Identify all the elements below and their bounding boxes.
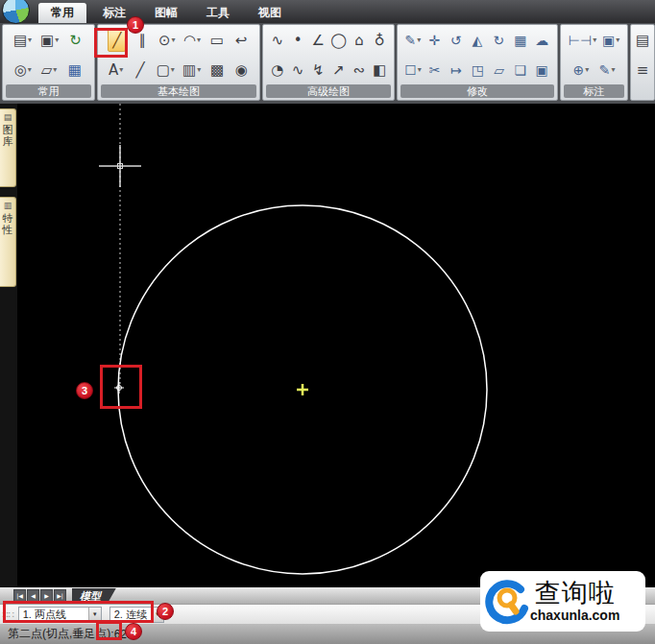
arrow-tool-icon[interactable]: ↗	[330, 59, 347, 82]
break-line-icon[interactable]: ↯	[310, 59, 327, 82]
text-tool-icon[interactable]: A▾	[108, 59, 124, 82]
ribbon-group-extra: ▤≡	[630, 24, 655, 101]
rotate-icon[interactable]: ↻	[491, 29, 507, 52]
dropdown-arrow-icon[interactable]: ▾	[55, 36, 59, 44]
polygon-tool-icon[interactable]: ⌂	[351, 29, 367, 52]
dropdown-arrow-icon[interactable]: ▾	[616, 36, 619, 44]
ribbon-group-高级绘图: ∿•∠◯⌂♁◔∿↯↗∾◧高级绘图	[262, 24, 395, 101]
ribbon-group-label: 常用	[6, 84, 91, 98]
pie-hatch-icon[interactable]: ◔	[269, 59, 285, 82]
sidebar-tab-label: 特性	[2, 212, 13, 235]
dropdown-arrow-icon[interactable]: ▾	[28, 65, 32, 74]
layers-icon[interactable]: ≡	[635, 59, 651, 82]
zoom-icon[interactable]: ◎▾	[14, 59, 32, 82]
dropdown-arrow-icon[interactable]: ▾	[119, 65, 123, 74]
dropdown-arrow-icon[interactable]: ▾	[171, 65, 175, 74]
dropdown-arrow-icon[interactable]: ▾	[418, 65, 422, 74]
watermark: 查询啦 chaxunla.com	[480, 571, 645, 632]
dropdown-arrow-icon[interactable]: ▾	[585, 65, 589, 74]
annotation-box-snap-point	[100, 365, 142, 409]
properties-icon: ▥	[4, 201, 12, 210]
angle-line-icon[interactable]: ∠	[310, 29, 327, 52]
extend-icon[interactable]: ↦	[448, 59, 464, 82]
display-icon[interactable]: ▦	[66, 59, 83, 82]
crosshair-cursor	[99, 145, 141, 187]
corner-icon[interactable]: ▣	[534, 59, 550, 82]
dropdown-arrow-icon[interactable]: ▾	[172, 36, 176, 44]
explode-icon[interactable]: ☁	[534, 29, 550, 52]
dropdown-arrow-icon[interactable]: ▾	[197, 36, 201, 44]
stretch-icon[interactable]: ◳	[470, 59, 486, 82]
ellipse-tool-icon[interactable]: ◯	[330, 29, 347, 52]
label-icon[interactable]: ▣▾	[602, 29, 619, 52]
sketch-line-icon[interactable]: ╱	[132, 59, 148, 82]
annotation-box-dropdowns	[3, 601, 154, 623]
ribbon-group-label: 基本绘图	[101, 84, 256, 98]
circle-center-marker	[297, 384, 308, 395]
tab-视图[interactable]: 视图	[246, 3, 294, 23]
app-logo-icon[interactable]	[2, 0, 30, 24]
ribbon-group-修改: ✎▾✛↺◭↻▦☁☐▾✂↦◳▱❏▣修改	[397, 24, 558, 101]
dropdown-arrow-icon[interactable]: ▾	[417, 36, 421, 44]
rectangle-tool-icon[interactable]: ▭	[208, 29, 225, 52]
refresh-icon[interactable]: ↻	[67, 29, 84, 52]
profile-tool-icon[interactable]: ◧	[372, 59, 388, 82]
coordinate-dim-icon[interactable]: ⊕▾	[572, 59, 589, 82]
block-icon[interactable]: ❏	[512, 59, 528, 82]
tab-常用[interactable]: 常用	[38, 3, 86, 23]
watermark-url: chaxunla.com	[530, 608, 619, 623]
annotation-marker-1: 1	[127, 16, 144, 34]
wave-line-icon[interactable]: ∿	[290, 59, 306, 82]
contour-tool-icon[interactable]: ∾	[351, 59, 367, 82]
hatch-grid-icon[interactable]: ▩	[209, 59, 226, 82]
titlebar-tabs: 常用标注图幅工具视图	[38, 3, 298, 23]
sidebar-tab-label: 图库	[2, 124, 13, 147]
image-insert-icon[interactable]: ◉	[233, 59, 250, 82]
spline-tool-icon[interactable]: ∿	[269, 29, 285, 52]
left-sidebar: ▤图库▥特性	[0, 104, 17, 587]
magnifier-logo-icon	[482, 577, 532, 627]
annotation-marker-3: 3	[76, 382, 93, 399]
ribbon-group-label: 修改	[400, 84, 554, 98]
sidebar-tab-图库[interactable]: ▤图库	[0, 108, 16, 187]
erase-icon[interactable]: ✎▾	[404, 29, 421, 52]
hole-tool-icon[interactable]: ▢▾	[157, 59, 175, 82]
send-icon[interactable]: ▱▾	[41, 59, 58, 82]
ribbon-group-label: 高级绘图	[266, 84, 391, 98]
mirror-icon[interactable]: ◭	[470, 29, 486, 52]
titlebar: 常用标注图幅工具视图	[0, 0, 655, 23]
arc-tool-icon[interactable]: ◠▾	[183, 29, 201, 52]
trim-icon[interactable]: ✂	[426, 59, 443, 82]
move-icon[interactable]: ✛	[426, 29, 443, 52]
watermark-title: 查询啦	[535, 580, 616, 608]
sheet-settings-icon[interactable]: ▤	[635, 29, 651, 52]
sidebar-tab-特性[interactable]: ▥特性	[0, 197, 16, 287]
circle-tool-icon[interactable]: ⊙▾	[158, 29, 176, 52]
tab-工具[interactable]: 工具	[194, 3, 242, 23]
annotation-box-status-value	[96, 621, 122, 640]
annotation-marker-4: 4	[125, 623, 142, 640]
tab-图幅[interactable]: 图幅	[142, 3, 190, 23]
dimension-icon[interactable]: ⊢⊣▾	[569, 29, 596, 52]
copy-icon[interactable]: ▣▾	[40, 29, 59, 52]
copy-object-icon[interactable]: ↺	[448, 29, 464, 52]
ribbon-group-标注: ⊢⊣▾▣▾⊕▾✎▾标注	[560, 24, 628, 101]
dropdown-arrow-icon[interactable]: ▾	[612, 65, 616, 74]
drawing-canvas[interactable]	[17, 104, 655, 587]
select-box-icon[interactable]: ☐▾	[404, 59, 422, 82]
array-icon[interactable]: ▦	[512, 29, 528, 52]
dropdown-arrow-icon[interactable]: ▾	[593, 36, 596, 44]
point-tool-icon[interactable]: •	[290, 29, 306, 52]
library-icon: ▤	[4, 112, 12, 122]
dropdown-arrow-icon[interactable]: ▾	[53, 65, 57, 74]
scale-icon[interactable]: ▱	[491, 59, 507, 82]
revolve-tool-icon[interactable]: ♁	[372, 29, 388, 52]
polyline-tool-icon[interactable]: ↩	[233, 29, 250, 52]
dim-edit-icon[interactable]: ✎▾	[599, 59, 616, 82]
paste-icon[interactable]: ▤▾	[13, 29, 32, 52]
dropdown-arrow-icon[interactable]: ▾	[197, 65, 201, 74]
annotation-marker-2: 2	[157, 603, 174, 620]
ribbon-group-常用: ▤▾▣▾↻◎▾▱▾▦常用	[2, 24, 95, 101]
gear-tool-icon[interactable]: ▥▾	[182, 59, 201, 82]
dropdown-arrow-icon[interactable]: ▾	[28, 36, 32, 44]
